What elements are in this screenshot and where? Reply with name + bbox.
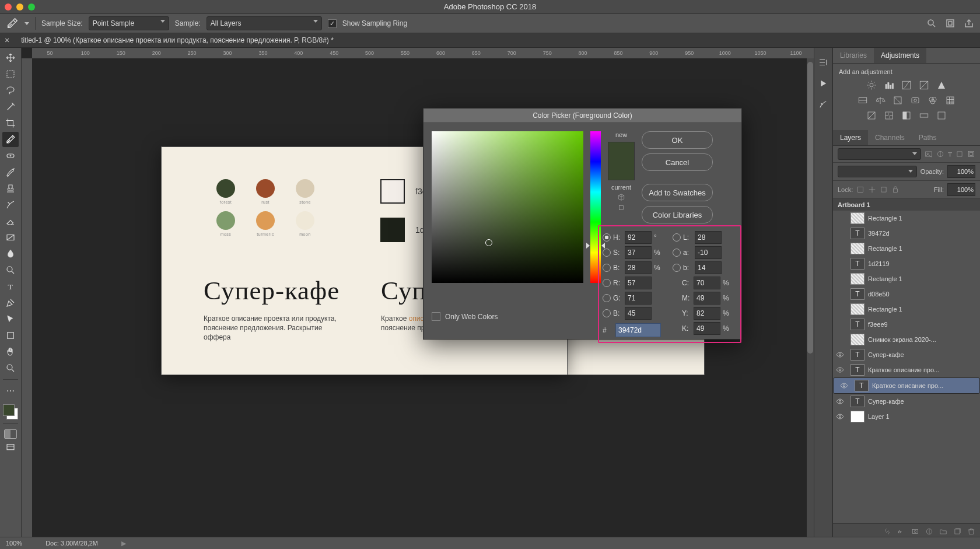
layer-row[interactable]: Rectangle 1	[833, 211, 980, 226]
s-radio[interactable]	[603, 249, 611, 257]
tab-channels[interactable]: Channels	[868, 130, 912, 145]
zoom-tool[interactable]	[2, 361, 19, 376]
lock-all-icon[interactable]	[891, 186, 900, 194]
tab-libraries[interactable]: Libraries	[833, 48, 874, 63]
link-icon[interactable]	[883, 527, 891, 536]
blur-tool[interactable]	[2, 246, 19, 261]
stamp-tool[interactable]	[2, 181, 19, 196]
adjustment-layer-icon[interactable]	[925, 527, 933, 536]
marquee-tool[interactable]	[2, 67, 19, 82]
lab-b-input[interactable]	[695, 261, 722, 274]
close-tab-button[interactable]: ×	[0, 36, 14, 45]
zoom-icon[interactable]	[28, 4, 35, 11]
smart-filter-icon[interactable]	[967, 150, 975, 158]
lasso-tool[interactable]	[2, 83, 19, 98]
shape-tool[interactable]	[2, 328, 19, 343]
b-radio[interactable]	[603, 264, 611, 272]
tab-paths[interactable]: Paths	[912, 130, 944, 145]
channel-mixer-icon[interactable]	[927, 95, 939, 106]
new-layer-icon[interactable]	[953, 527, 961, 536]
curves-icon[interactable]	[901, 80, 912, 90]
bv-input[interactable]	[625, 261, 652, 274]
edit-toolbar[interactable]: ⋯	[2, 383, 19, 398]
bl-radio[interactable]	[603, 309, 611, 317]
document-tab[interactable]: titled-1 @ 100% (Краткое описание проект…	[14, 34, 341, 47]
h-input[interactable]	[625, 231, 652, 244]
pen-tool[interactable]	[2, 295, 19, 310]
share-icon[interactable]	[964, 18, 974, 29]
posterize-icon[interactable]	[883, 110, 895, 121]
layer-row[interactable]: T1d2119	[833, 256, 980, 271]
move-tool[interactable]	[2, 50, 19, 65]
add-swatch-button[interactable]: Add to Swatches	[642, 184, 713, 201]
search-icon[interactable]	[926, 18, 937, 29]
blend-mode-select[interactable]	[838, 166, 917, 177]
l-radio[interactable]	[673, 233, 681, 242]
color-libraries-button[interactable]: Color Libraries	[642, 206, 713, 223]
balance-icon[interactable]	[874, 95, 886, 106]
c-input[interactable]	[694, 277, 720, 289]
image-filter-icon[interactable]	[925, 150, 933, 158]
fill-input[interactable]	[947, 183, 975, 196]
g-radio[interactable]	[603, 294, 611, 302]
artboard-header[interactable]: Artboard 1	[833, 199, 980, 211]
gradient-tool[interactable]	[2, 230, 19, 245]
layer-row[interactable]: Tf3eee9	[833, 317, 980, 332]
layer-row[interactable]: TКраткое описание про...	[833, 362, 980, 377]
layer-row[interactable]: TКраткое описание про...	[833, 377, 980, 394]
gradient-map-icon[interactable]	[918, 110, 930, 121]
lock-artboard-icon[interactable]	[880, 186, 888, 194]
frame-icon[interactable]	[945, 18, 956, 29]
sv-field[interactable]	[432, 131, 583, 283]
l-input[interactable]	[695, 231, 722, 244]
layer-row[interactable]: Rectangle 1	[833, 271, 980, 286]
selective-icon[interactable]	[936, 110, 947, 121]
opacity-input[interactable]	[947, 165, 975, 178]
lookup-icon[interactable]	[944, 95, 956, 106]
trash-icon[interactable]	[967, 527, 975, 536]
lock-pixels-icon[interactable]	[856, 186, 864, 194]
minimize-icon[interactable]	[16, 4, 23, 11]
hand-tool[interactable]	[2, 344, 19, 359]
healing-tool[interactable]	[2, 148, 19, 163]
cancel-button[interactable]: Cancel	[642, 153, 713, 171]
h-radio[interactable]	[603, 233, 611, 242]
tab-layers[interactable]: Layers	[833, 130, 868, 145]
tab-adjustments[interactable]: Adjustments	[874, 48, 926, 63]
web-safe-icon[interactable]	[617, 204, 625, 212]
s-input[interactable]	[625, 246, 652, 259]
a-input[interactable]	[695, 246, 722, 259]
wand-tool[interactable]	[2, 99, 19, 114]
a-radio[interactable]	[673, 249, 681, 257]
hex-input[interactable]	[615, 323, 661, 337]
lock-move-icon[interactable]	[868, 186, 876, 194]
layer-kind-select[interactable]	[838, 148, 921, 160]
y-input[interactable]	[694, 307, 720, 320]
layer-row[interactable]: TСупер-кафе	[833, 347, 980, 362]
crop-tool[interactable]	[2, 116, 19, 131]
history-brush-tool[interactable]	[2, 197, 19, 212]
layer-row[interactable]: Rectangle 1	[833, 241, 980, 256]
adjust-filter-icon[interactable]	[936, 150, 944, 158]
lab-b-radio[interactable]	[673, 264, 681, 272]
hue-icon[interactable]	[857, 95, 869, 106]
brightness-icon[interactable]	[866, 80, 877, 90]
bl-input[interactable]	[625, 307, 652, 320]
sample-layers-select[interactable]: All Layers	[206, 16, 322, 30]
layer-row[interactable]: Rectangle 1	[833, 302, 980, 317]
g-input[interactable]	[625, 292, 652, 305]
layer-row[interactable]: Td08e50	[833, 286, 980, 302]
cube-icon[interactable]	[617, 193, 625, 201]
layer-row[interactable]: Снимок экрана 2020-...	[833, 332, 980, 347]
layer-row[interactable]: TСупер-кафе	[833, 394, 980, 409]
shape-filter-icon[interactable]	[956, 150, 964, 158]
show-ring-checkbox[interactable]: ✓	[328, 19, 337, 28]
fx-icon[interactable]: fx	[897, 527, 905, 536]
quickmask-toggle[interactable]	[4, 429, 17, 439]
play-icon[interactable]	[818, 78, 828, 89]
color-swatches[interactable]	[3, 404, 18, 419]
r-input[interactable]	[625, 277, 652, 289]
eyedropper-tool[interactable]	[2, 132, 19, 147]
dodge-tool[interactable]	[2, 263, 19, 278]
bw-icon[interactable]	[892, 95, 904, 106]
